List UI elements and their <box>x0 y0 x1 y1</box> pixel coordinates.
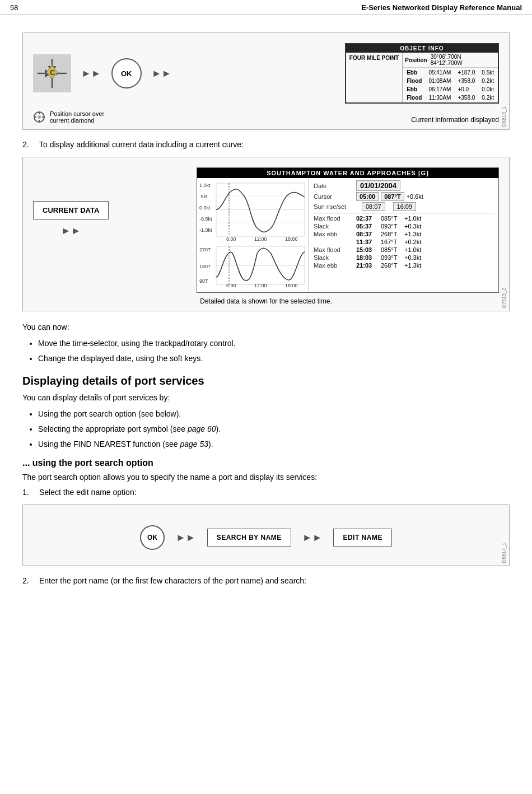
figure-2-inner: CURRENT DATA ►► SOUTHAMPTON WATER AND AP… <box>33 167 499 293</box>
search-by-name-button[interactable]: SEARCH BY NAME <box>207 529 291 547</box>
figure-1-left: C ►► OK <box>33 54 171 92</box>
svg-point-7 <box>38 115 41 119</box>
tide-data-row: Max flood02:37085°T+1.0kt <box>314 215 494 222</box>
subsection-search-intro: The port search option allows you to spe… <box>22 471 510 483</box>
page-header: 58 E-Series Networked Display Reference … <box>0 0 532 15</box>
arrow-right-2: ►► <box>152 68 172 80</box>
you-can-now-list: Move the time-selector, using the trackp… <box>38 338 510 365</box>
fig2-caption: Detailed data is shown for the selected … <box>33 297 499 305</box>
edit-name-button[interactable]: EDIT NAME <box>333 529 392 547</box>
fig2-id: D7513_2 <box>501 288 507 309</box>
you-can-now-intro: You can now: <box>22 321 510 333</box>
svg-text:180T: 180T <box>199 264 211 269</box>
object-info-table: OBJECT INFO FOUR MILE POINT Position 30°… <box>345 43 499 104</box>
southampton-panel: SOUTHAMPTON WATER AND APPROACHES [G] 1.0… <box>197 167 499 293</box>
cursor-time: 05:00 <box>356 192 379 201</box>
subsection-search-header: ... using the port search option <box>22 458 510 468</box>
date-value: 01/01/2004 <box>356 180 400 191</box>
arrow-right-fig2: ►► <box>61 225 81 237</box>
tide-row: Flood01:08AM+358.00.2kt <box>404 77 497 85</box>
svg-text:6:00: 6:00 <box>226 283 236 288</box>
cursor-icon: C <box>33 54 71 92</box>
tide-data-row: Slack05:37093°T+0.3kt <box>314 223 494 230</box>
tide-data-row: Max flood15:03085°T+1.0kt <box>314 246 494 253</box>
tide-data-row: Max ebb21:03268°T+1.3kt <box>314 262 494 269</box>
svg-text:6:00: 6:00 <box>226 236 236 242</box>
southampton-header: SOUTHAMPTON WATER AND APPROACHES [G] <box>197 168 498 178</box>
place-name: FOUR MILE POINT <box>349 55 399 61</box>
tide-data-rows: Max flood02:37085°T+1.0ktSlack05:37093°T… <box>314 215 494 269</box>
svg-text:C: C <box>50 68 55 77</box>
port-bullet: Using the port search option (see below)… <box>38 408 510 420</box>
you-can-now-bullet: Move the time-selector, using the trackp… <box>38 338 510 349</box>
obj-position-row: Position 30°06'.700N 84°12'.700W <box>403 53 498 68</box>
date-row: Date 01/01/2004 <box>314 180 494 191</box>
obj-data-col: Position 30°06'.700N 84°12'.700W Ebb05:4… <box>403 53 498 102</box>
tide-table: Ebb05:41AM+187.00.5ktFlood01:08AM+358.00… <box>403 68 498 102</box>
object-info-body: FOUR MILE POINT Position 30°06'.700N 84°… <box>346 53 498 102</box>
tide-row: Ebb06:17AM+0.00.0kt <box>404 86 497 93</box>
svg-text:0.0kt: 0.0kt <box>199 205 211 211</box>
fig1-main-caption: Current information displayed <box>411 116 499 124</box>
section-port-header: Displaying details of port services <box>22 375 510 387</box>
cursor-bearing: 087°T <box>381 192 404 201</box>
svg-text:90T: 90T <box>199 278 208 284</box>
fig3-id: D8814_1 <box>501 543 507 563</box>
figure-3-box: OK ►► SEARCH BY NAME ►► EDIT NAME D8814_… <box>22 505 510 566</box>
figure-1-inner: C ►► OK <box>33 43 499 104</box>
nav-arrow-1: ►► <box>176 532 196 544</box>
tide-row: Ebb05:41AM+187.00.5kt <box>404 69 497 76</box>
southampton-body: 1.0kt .5kt 0.0kt -0.5kt -1.0kt <box>197 178 498 292</box>
fig1-id: D6813_1 <box>501 106 507 127</box>
svg-rect-17 <box>216 183 305 236</box>
tide-data-row: Slack18:03093°T+0.3kt <box>314 254 494 261</box>
svg-text:.5kt: .5kt <box>199 194 208 199</box>
tide-data-row: Max ebb08:37268°T+1.3kt <box>314 231 494 237</box>
page-title: E-Series Networked Display Reference Man… <box>361 3 522 12</box>
cursor-speed: +0.6kt <box>407 193 423 200</box>
cursor-caption-text: Position cursor overcurrent diamond <box>50 110 104 124</box>
svg-text:1.0kt: 1.0kt <box>199 183 211 188</box>
object-info-header: OBJECT INFO <box>346 44 498 53</box>
svg-text:18:00: 18:00 <box>285 283 298 288</box>
nav-arrow-2: ►► <box>302 532 323 544</box>
arrow-right-1: ►► <box>81 68 101 80</box>
cursor-row: Cursor 05:00 087°T +0.6kt <box>314 192 494 201</box>
main-content: C ►► OK <box>0 15 532 604</box>
speed-chart: 1.0kt .5kt 0.0kt -0.5kt -1.0kt <box>198 180 308 242</box>
current-data-button[interactable]: CURRENT DATA <box>33 201 109 219</box>
chart-panel: 1.0kt .5kt 0.0kt -0.5kt -1.0kt <box>197 178 309 292</box>
figure-3-inner: OK ►► SEARCH BY NAME ►► EDIT NAME <box>33 515 499 560</box>
tide-data-row: 11:37167°T+0.2kt <box>314 239 494 245</box>
svg-text:270T: 270T <box>199 247 211 253</box>
fig1-captions: Position cursor overcurrent diamond Curr… <box>33 108 499 124</box>
step-1-search-text: Select the edit name option: <box>39 488 137 497</box>
svg-text:18:00: 18:00 <box>285 236 298 242</box>
svg-text:12:00: 12:00 <box>254 283 267 288</box>
sunrise-time: 08:07 <box>362 202 385 211</box>
svg-text:-0.5kt: -0.5kt <box>199 216 212 222</box>
ok-button-fig1[interactable]: OK <box>111 58 142 88</box>
sunrise-row: Sun rise/set 08:07 16:09 <box>314 202 494 211</box>
tide-row: Flood11:30AM+358.00.2kt <box>404 94 497 101</box>
port-bullet: Selecting the appropriate port symbol (s… <box>38 423 510 435</box>
sunset-time: 16:09 <box>393 202 417 211</box>
obj-place-col: FOUR MILE POINT <box>346 53 403 102</box>
fig2-left: CURRENT DATA ►► <box>33 167 109 237</box>
pos-cursor-icon <box>33 111 45 123</box>
step-2-text: To display additional current data inclu… <box>39 140 244 149</box>
you-can-now-bullet: Change the displayed date, using the sof… <box>38 353 510 365</box>
section-port-intro: You can display details of port services… <box>22 392 510 404</box>
step-2-item: 2. To display additional current data in… <box>22 140 510 149</box>
section-port-list: Using the port search option (see below)… <box>38 408 510 450</box>
divider <box>314 213 494 213</box>
step-1-search: 1. Select the edit name option: <box>22 488 510 497</box>
step-2-search-text: Enter the port name (or the first few ch… <box>39 576 306 585</box>
svg-text:-1.0kt: -1.0kt <box>199 227 212 233</box>
ok-button-fig3[interactable]: OK <box>140 525 165 550</box>
page-number: 58 <box>10 3 18 12</box>
figure-1-box: C ►► OK <box>22 32 510 130</box>
svg-text:12:00: 12:00 <box>254 236 267 242</box>
direction-chart: 270T 180T 90T 6:00 12:00 18:00 <box>198 244 308 288</box>
step-2-search: 2. Enter the port name (or the first few… <box>22 576 510 585</box>
